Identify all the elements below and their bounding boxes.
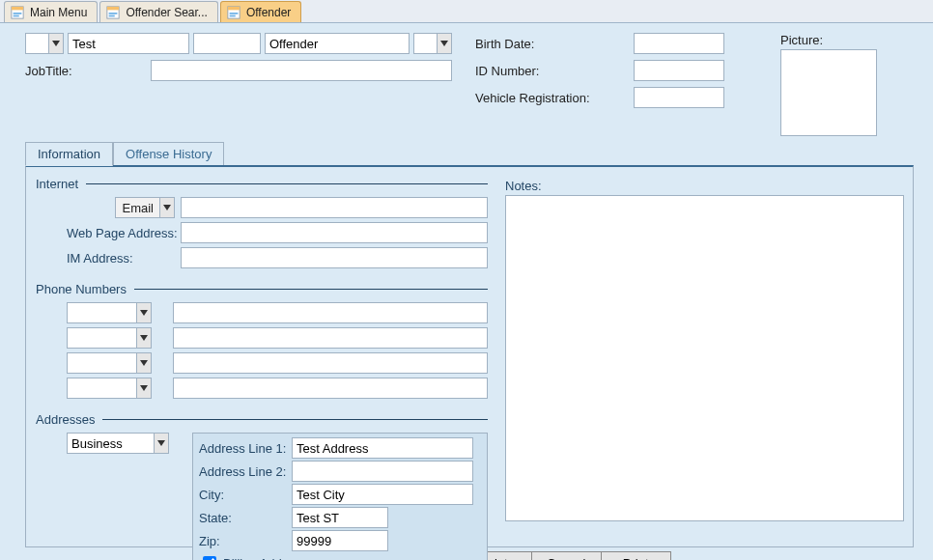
idnumber-label: ID Number: bbox=[475, 64, 634, 78]
svg-rect-7 bbox=[109, 14, 115, 16]
phone4-input[interactable] bbox=[173, 378, 488, 399]
doc-tab-label: Main Menu bbox=[30, 6, 87, 19]
email-type-dropdown-button[interactable] bbox=[159, 197, 175, 218]
internet-group: Internet Email Web Page Address: IM bbox=[36, 177, 488, 268]
addresses-group-label: Addresses bbox=[36, 412, 95, 427]
svg-rect-1 bbox=[12, 6, 23, 10]
address-state-input[interactable] bbox=[292, 507, 388, 528]
address-line1-label: Address Line 1: bbox=[199, 441, 288, 456]
phone2-type-dropdown-button[interactable] bbox=[136, 327, 152, 349]
address-line1-input[interactable] bbox=[292, 437, 473, 459]
doc-tab-main-menu[interactable]: Main Menu bbox=[4, 1, 98, 22]
svg-rect-9 bbox=[228, 6, 240, 10]
svg-marker-16 bbox=[140, 335, 148, 341]
address-zip-input[interactable] bbox=[292, 530, 388, 551]
billing-address-label: Billing Address bbox=[223, 556, 305, 561]
address-city-label: City: bbox=[199, 488, 288, 502]
svg-marker-14 bbox=[163, 205, 171, 210]
address-city-input[interactable] bbox=[292, 484, 473, 505]
inner-tabstrip: Information Offense History bbox=[25, 142, 914, 166]
birthdate-input[interactable] bbox=[634, 33, 724, 54]
email-input[interactable] bbox=[181, 197, 488, 218]
print-button[interactable]: Print bbox=[602, 551, 671, 560]
picture-label: Picture: bbox=[780, 33, 933, 47]
billing-address-checkbox[interactable] bbox=[203, 556, 216, 560]
idnumber-input[interactable] bbox=[634, 60, 724, 81]
svg-marker-13 bbox=[440, 41, 448, 46]
tab-offense-history[interactable]: Offense History bbox=[113, 142, 224, 166]
picture-box[interactable] bbox=[780, 49, 877, 136]
svg-marker-15 bbox=[140, 310, 148, 316]
doc-tab-label: Offender Sear... bbox=[126, 6, 208, 19]
document-tabstrip: Main Menu Offender Sear... Offender bbox=[0, 0, 933, 23]
prefix-input[interactable] bbox=[25, 33, 48, 54]
svg-marker-18 bbox=[140, 385, 148, 391]
email-type-label: Email bbox=[115, 197, 159, 218]
phone-group-label: Phone Numbers bbox=[36, 282, 127, 296]
svg-rect-10 bbox=[230, 13, 239, 14]
notes-label: Notes: bbox=[505, 179, 904, 193]
svg-rect-11 bbox=[230, 14, 236, 16]
phone2-input[interactable] bbox=[173, 327, 488, 349]
suffix-dropdown-button[interactable] bbox=[437, 33, 452, 54]
doc-tab-offender[interactable]: Offender bbox=[220, 1, 301, 22]
internet-group-label: Internet bbox=[36, 177, 78, 191]
im-input[interactable] bbox=[181, 247, 488, 268]
phone4-type-input[interactable] bbox=[67, 378, 136, 399]
suffix-input[interactable] bbox=[413, 33, 437, 54]
middle-name-input[interactable] bbox=[193, 33, 261, 54]
svg-marker-17 bbox=[140, 360, 148, 366]
phone1-input[interactable] bbox=[173, 302, 488, 323]
address-state-label: State: bbox=[199, 511, 288, 525]
tab-information[interactable]: Information bbox=[25, 142, 113, 166]
address-line2-input[interactable] bbox=[292, 461, 473, 482]
form-icon bbox=[227, 6, 240, 19]
webpage-label: Web Page Address: bbox=[36, 226, 181, 240]
im-label: IM Address: bbox=[36, 251, 181, 266]
notes-textarea[interactable] bbox=[505, 195, 904, 521]
phone3-input[interactable] bbox=[173, 352, 488, 374]
phone1-type-input[interactable] bbox=[67, 302, 136, 323]
svg-marker-12 bbox=[52, 41, 60, 46]
svg-marker-19 bbox=[157, 440, 165, 446]
vehiclereg-input[interactable] bbox=[634, 87, 724, 108]
svg-rect-6 bbox=[109, 13, 118, 14]
svg-rect-2 bbox=[14, 13, 22, 14]
doc-tab-label: Offender bbox=[246, 6, 291, 19]
svg-rect-5 bbox=[107, 6, 119, 10]
address-line2-label: Address Line 2: bbox=[199, 464, 288, 479]
phone-group: Phone Numbers bbox=[36, 282, 488, 399]
vehiclereg-label: Vehicle Registration: bbox=[475, 91, 634, 105]
svg-rect-3 bbox=[14, 14, 19, 16]
form-body: JobTitle: Birth Date: ID Number: Vehicle… bbox=[0, 23, 933, 560]
name-row bbox=[25, 33, 469, 54]
phone3-type-dropdown-button[interactable] bbox=[136, 352, 152, 374]
phone2-type-input[interactable] bbox=[67, 327, 136, 349]
last-name-input[interactable] bbox=[265, 33, 410, 54]
address-zip-label: Zip: bbox=[199, 534, 288, 548]
address-type-dropdown-button[interactable] bbox=[154, 433, 169, 454]
cancel-button[interactable]: Cancel bbox=[532, 551, 602, 560]
doc-tab-offender-search[interactable]: Offender Sear... bbox=[99, 1, 218, 22]
form-icon bbox=[11, 6, 24, 19]
phone3-type-input[interactable] bbox=[67, 352, 136, 374]
addresses-group: Addresses Address Line 1: Address Line 2… bbox=[36, 412, 488, 560]
first-name-input[interactable] bbox=[68, 33, 189, 54]
phone1-type-dropdown-button[interactable] bbox=[136, 302, 152, 323]
birthdate-label: Birth Date: bbox=[475, 37, 634, 51]
address-subform: Address Line 1: Address Line 2: City: bbox=[192, 433, 488, 560]
prefix-dropdown-button[interactable] bbox=[48, 33, 64, 54]
jobtitle-label: JobTitle: bbox=[25, 64, 151, 78]
jobtitle-input[interactable] bbox=[151, 60, 452, 81]
address-type-input[interactable] bbox=[67, 433, 154, 454]
form-icon bbox=[106, 6, 120, 19]
phone4-type-dropdown-button[interactable] bbox=[136, 378, 152, 399]
webpage-input[interactable] bbox=[181, 222, 488, 243]
